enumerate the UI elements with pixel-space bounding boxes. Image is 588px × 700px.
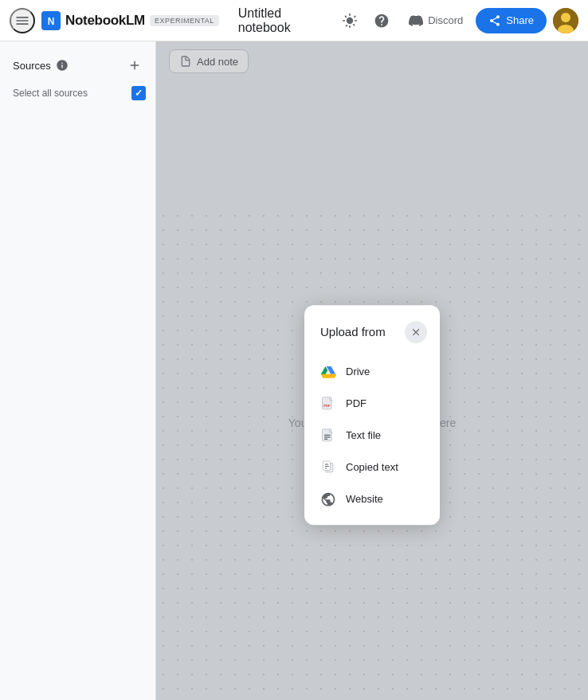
sources-title-group: Sources	[13, 59, 69, 72]
main-content-area: Add note Your saved notes will appear he…	[156, 41, 588, 700]
share-button[interactable]: Share	[476, 8, 547, 33]
text-file-label: Text file	[346, 429, 381, 441]
svg-text:N: N	[48, 16, 55, 27]
upload-option-pdf[interactable]: PDF PDF	[304, 388, 440, 420]
website-label: Website	[346, 493, 383, 505]
add-source-button[interactable]	[123, 54, 146, 76]
select-all-row: Select all sources	[0, 83, 155, 104]
drive-label: Drive	[346, 366, 370, 377]
avatar[interactable]	[553, 8, 578, 33]
copied-text-label: Copied text	[346, 461, 398, 473]
app-header: N NotebookLM EXPERIMENTAL Untitled noteb…	[0, 0, 588, 41]
logo-text: NotebookLM	[65, 13, 145, 29]
sources-label: Sources	[13, 60, 51, 72]
upload-option-drive[interactable]: Drive	[304, 356, 440, 388]
help-button[interactable]	[367, 6, 396, 35]
upload-modal: Upload from Drive	[304, 305, 440, 525]
copied-text-icon	[320, 459, 336, 475]
modal-close-button[interactable]	[405, 321, 427, 343]
svg-rect-12	[323, 460, 330, 470]
upload-option-website[interactable]: Website	[304, 483, 440, 515]
app-logo: N NotebookLM EXPERIMENTAL	[41, 11, 219, 30]
select-all-checkbox[interactable]	[131, 86, 146, 100]
drive-icon	[320, 364, 336, 380]
discord-button[interactable]: Discord	[399, 9, 472, 33]
share-label: Share	[506, 14, 534, 26]
modal-header: Upload from	[304, 321, 440, 356]
discord-label: Discord	[428, 14, 463, 26]
theme-button[interactable]	[335, 6, 364, 35]
select-all-label: Select all sources	[13, 88, 88, 99]
pdf-icon: PDF	[320, 396, 336, 412]
sources-info-icon	[56, 59, 69, 72]
experimental-badge: EXPERIMENTAL	[150, 15, 219, 26]
sidebar: Sources Select all sources	[0, 41, 156, 700]
text-file-icon	[320, 428, 336, 444]
modal-title: Upload from	[320, 325, 386, 338]
menu-button[interactable]	[10, 8, 35, 33]
main-layout: Sources Select all sources	[0, 41, 588, 700]
upload-option-copied-text[interactable]: Copied text	[304, 452, 440, 483]
svg-point-3	[561, 13, 570, 22]
upload-option-text-file[interactable]: Text file	[304, 420, 440, 452]
header-actions: Discord Share	[335, 6, 578, 35]
sources-section-header: Sources	[0, 51, 155, 80]
pdf-label: PDF	[346, 397, 367, 409]
svg-text:PDF: PDF	[323, 403, 331, 407]
website-icon	[320, 491, 336, 507]
notebook-title[interactable]: Untitled notebook	[238, 6, 329, 35]
